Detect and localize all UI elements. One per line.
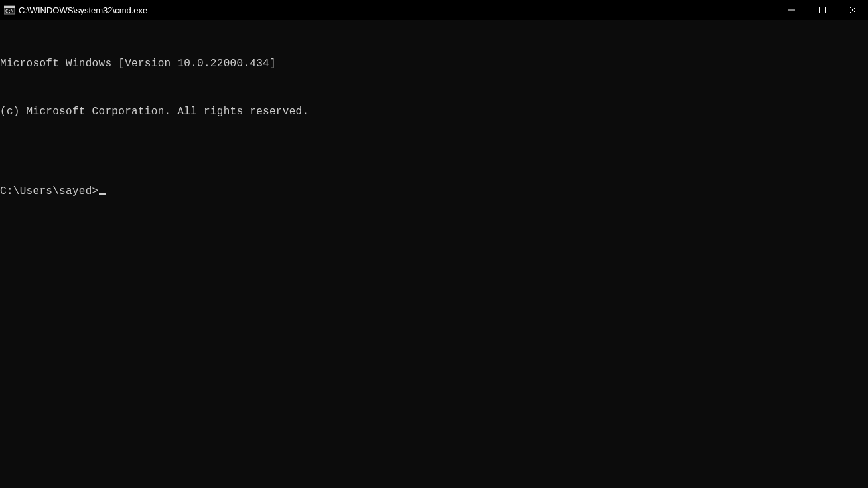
- close-icon: [849, 7, 856, 13]
- svg-rect-1: [4, 6, 15, 8]
- titlebar: C:\ C:\WINDOWS\system32\cmd.exe: [0, 0, 868, 20]
- svg-text:C:\: C:\: [5, 9, 14, 14]
- version-line: Microsoft Windows [Version 10.0.22000.43…: [0, 56, 868, 72]
- copyright-line: (c) Microsoft Corporation. All rights re…: [0, 104, 868, 120]
- titlebar-left: C:\ C:\WINDOWS\system32\cmd.exe: [4, 5, 147, 15]
- terminal-output[interactable]: Microsoft Windows [Version 10.0.22000.43…: [0, 20, 868, 215]
- window-controls: [776, 0, 868, 20]
- svg-rect-4: [820, 7, 826, 13]
- maximize-button[interactable]: [807, 0, 837, 20]
- window-title: C:\WINDOWS\system32\cmd.exe: [19, 5, 147, 15]
- maximize-icon: [819, 7, 826, 13]
- prompt-text: C:\Users\sayed>: [0, 183, 99, 199]
- cursor: [99, 193, 106, 195]
- minimize-button[interactable]: [776, 0, 807, 20]
- prompt-line: C:\Users\sayed>: [0, 183, 868, 199]
- close-button[interactable]: [837, 0, 868, 20]
- cmd-icon: C:\: [4, 5, 15, 15]
- minimize-icon: [788, 7, 795, 13]
